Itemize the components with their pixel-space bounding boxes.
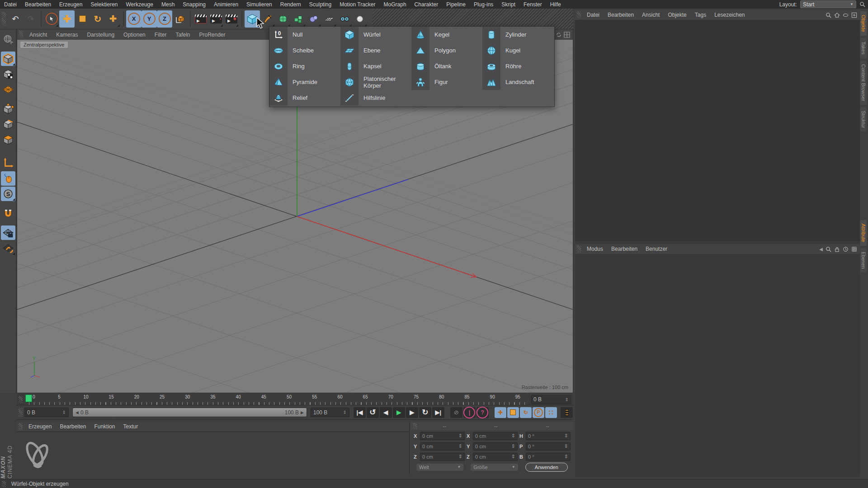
menu-mograph[interactable]: MoGraph xyxy=(380,1,410,8)
spinner-icon[interactable]: ⇕ xyxy=(564,433,568,439)
am-menu-modus[interactable]: Modus xyxy=(583,246,607,252)
am-menu-benutzer[interactable]: Benutzer xyxy=(642,246,671,252)
render-picture-viewer-button[interactable]: ▶▪ xyxy=(208,10,224,28)
size-mode-dropdown[interactable]: Größe▼ xyxy=(471,464,518,471)
render-settings-button[interactable]: ▶✱ xyxy=(224,10,239,28)
menu-mesh[interactable]: Mesh xyxy=(157,1,179,8)
mat-menu-bearbeiten[interactable]: Bearbeiten xyxy=(56,423,90,430)
search-icon[interactable] xyxy=(826,246,831,252)
timeline-playhead[interactable] xyxy=(25,394,32,402)
spinner-icon[interactable]: ⇕ xyxy=(458,454,462,460)
size-x-field[interactable]: 0 cm⇕ xyxy=(473,432,518,440)
om-menu-datei[interactable]: Datei xyxy=(583,12,604,18)
keyframe-record-button[interactable]: ⊘ xyxy=(450,407,462,418)
undo-button[interactable]: ↶ xyxy=(8,10,23,28)
menu-simulieren[interactable]: Simulieren xyxy=(242,1,276,8)
texture-mode-button[interactable] xyxy=(1,67,15,81)
coordinates-grip[interactable] xyxy=(413,423,417,429)
play-backwards-button[interactable]: ↺ xyxy=(367,407,379,418)
spinner-icon[interactable]: ⇕ xyxy=(564,454,568,460)
autokey-button[interactable]: ❘ xyxy=(463,407,476,418)
rotate-tool-button[interactable]: ↻ xyxy=(90,10,105,28)
history-icon[interactable] xyxy=(843,246,849,252)
lock-y-axis-button[interactable]: Y xyxy=(142,10,157,28)
search-icon[interactable] xyxy=(826,12,831,18)
spinner-icon[interactable]: ⇕ xyxy=(343,410,347,415)
menu-item-hilfslinie[interactable]: Hilfslinie xyxy=(340,90,411,106)
attribute-manager-content[interactable] xyxy=(575,254,860,474)
camera-button[interactable] xyxy=(337,10,352,28)
viewport-layout-icon[interactable] xyxy=(564,32,570,38)
rot-p-field[interactable]: 0 °⇕ xyxy=(526,442,571,450)
key-parameter-button[interactable]: P xyxy=(533,407,544,418)
lock-icon[interactable] xyxy=(834,246,840,252)
viewport-solo-button[interactable] xyxy=(1,32,15,47)
workplane-lock-button[interactable] xyxy=(1,225,15,240)
menu-item-landschaft[interactable]: Landschaft xyxy=(482,74,553,90)
grid-view-icon[interactable] xyxy=(851,246,857,252)
move-tool-button[interactable]: ✚ xyxy=(59,10,75,28)
go-to-end-button[interactable]: ▶| xyxy=(432,407,444,418)
menu-item-wuerfel[interactable]: Würfel xyxy=(340,27,411,42)
snap-toggle-button[interactable]: S xyxy=(1,187,15,201)
menu-hilfe[interactable]: Hilfe xyxy=(546,1,565,8)
menu-snapping[interactable]: Snapping xyxy=(179,1,210,8)
apply-button[interactable]: Anwenden xyxy=(525,463,568,472)
play-button[interactable]: ▶ xyxy=(393,407,405,418)
menu-motion-tracker[interactable]: Motion Tracker xyxy=(335,1,379,8)
menu-pipeline[interactable]: Pipeline xyxy=(442,1,470,8)
menu-item-ring[interactable]: Ring xyxy=(269,58,340,74)
tab-struktur[interactable]: Struktur xyxy=(860,107,867,132)
menu-fenster[interactable]: Fenster xyxy=(519,1,546,8)
menu-selektieren[interactable]: Selektieren xyxy=(86,1,122,8)
menu-item-ebene[interactable]: Ebene xyxy=(340,42,411,58)
current-frame-field[interactable]: 0 B ⇕ xyxy=(531,395,571,404)
menu-skript[interactable]: Skript xyxy=(497,1,519,8)
coordinate-system-button[interactable] xyxy=(172,10,188,28)
light-button[interactable] xyxy=(352,10,368,28)
vp-menu-prorender[interactable]: ProRender xyxy=(195,32,230,38)
axis-mode-button[interactable] xyxy=(1,156,15,170)
key-position-button[interactable]: ✚ xyxy=(495,407,506,418)
key-rotation-button[interactable]: ↻ xyxy=(520,407,532,418)
last-tool-button[interactable]: ✚ xyxy=(105,10,121,28)
spinner-icon[interactable]: ⇕ xyxy=(511,454,515,460)
size-z-field[interactable]: 0 cm⇕ xyxy=(473,453,518,461)
om-menu-ansicht[interactable]: Ansicht xyxy=(638,12,664,18)
workplane-align-button[interactable] xyxy=(1,241,15,255)
menu-item-null[interactable]: 0 Null xyxy=(269,27,340,42)
spinner-icon[interactable]: ⇕ xyxy=(458,443,462,449)
menu-sculpting[interactable]: Sculpting xyxy=(305,1,335,8)
magnet-tool-button[interactable] xyxy=(1,206,15,221)
viewport-menu-grip[interactable] xyxy=(19,31,23,38)
am-menu-bearbeiten[interactable]: Bearbeiten xyxy=(607,246,642,252)
mat-menu-funktion[interactable]: Funktion xyxy=(90,423,119,430)
pos-x-field[interactable]: 0 cm⇕ xyxy=(420,432,465,440)
menu-item-zylinder[interactable]: Zylinder xyxy=(482,27,553,42)
menu-werkzeuge[interactable]: Werkzeuge xyxy=(122,1,157,8)
menu-plugins[interactable]: Plug-ins xyxy=(470,1,497,8)
timeline-grip[interactable] xyxy=(19,396,23,404)
vp-menu-filter[interactable]: Filter xyxy=(150,32,171,38)
menu-item-platonischer-koerper[interactable]: Platonischer Körper xyxy=(340,74,411,90)
menu-item-kegel[interactable]: Kegel xyxy=(411,27,482,42)
mat-menu-textur[interactable]: Textur xyxy=(119,423,142,430)
object-manager-grip[interactable] xyxy=(577,11,581,18)
keyframe-selection-button[interactable] xyxy=(561,407,573,418)
spinner-icon[interactable]: ⇕ xyxy=(458,433,462,439)
tab-content-browser[interactable]: Content Browser xyxy=(860,61,867,105)
menu-item-kugel[interactable]: Kugel xyxy=(482,42,553,58)
frame-start-field[interactable]: 0 B ⇕ xyxy=(24,408,69,417)
points-mode-button[interactable] xyxy=(1,102,15,116)
tab-ebenen[interactable]: Ebenen xyxy=(860,248,867,272)
vp-menu-tafeln[interactable]: Tafeln xyxy=(171,32,194,38)
filter-icon[interactable] xyxy=(843,12,849,18)
viewport-sync-icon[interactable] xyxy=(556,32,562,38)
instance-array-button[interactable] xyxy=(291,10,306,28)
nav-back-icon[interactable]: ◀ xyxy=(819,247,823,252)
om-menu-tags[interactable]: Tags xyxy=(691,12,710,18)
select-tool-button[interactable] xyxy=(44,10,59,28)
menu-item-figur[interactable]: Figur xyxy=(411,74,482,90)
previous-frame-button[interactable]: ◀ xyxy=(380,407,392,418)
om-menu-bearbeiten[interactable]: Bearbeiten xyxy=(604,12,638,18)
